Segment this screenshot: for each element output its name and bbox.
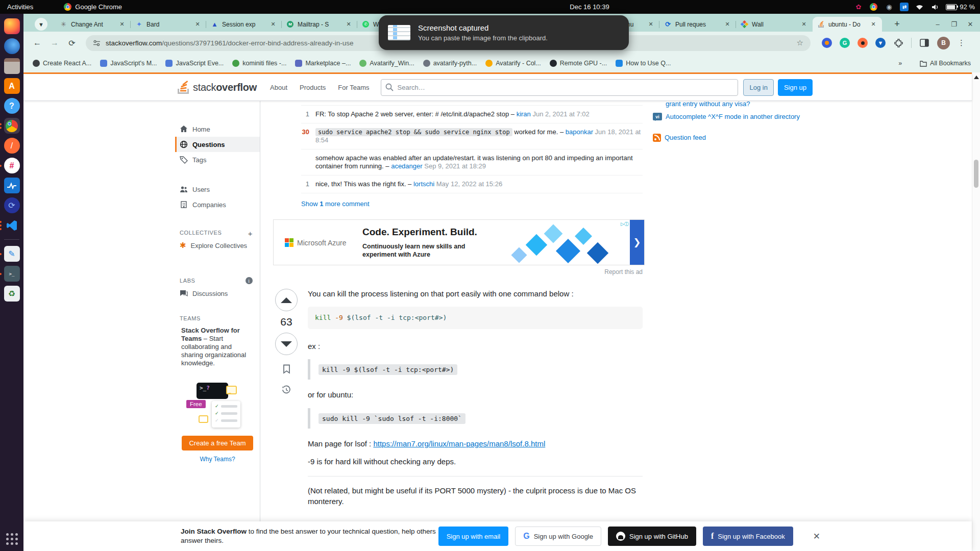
teamviewer-icon[interactable]: ⇄	[900, 3, 909, 11]
upvote-button[interactable]	[275, 289, 298, 311]
trash-icon[interactable]: ♻	[4, 286, 20, 302]
bookmark-item[interactable]: JavaScript's M...	[100, 60, 157, 67]
files-icon[interactable]	[4, 58, 20, 74]
signup-button[interactable]: Sign up	[778, 79, 813, 96]
profile-avatar[interactable]: B	[937, 37, 950, 49]
signup-google-button[interactable]: GSign up with Google	[515, 527, 601, 546]
sidebar-item-explore-collectives[interactable]: ✱ Explore Collectives	[175, 238, 260, 253]
screenshot-notification[interactable]: Screenshot captured You can paste the im…	[379, 15, 629, 50]
new-tab-button[interactable]: +	[891, 18, 903, 31]
sidebar-item-home[interactable]: Home	[175, 121, 260, 137]
tab-close-icon[interactable]: ✕	[869, 20, 877, 29]
nav-products[interactable]: Products	[293, 80, 332, 95]
signup-email-button[interactable]: Sign up with email	[438, 527, 509, 546]
tab-close-icon[interactable]: ✕	[118, 20, 126, 29]
vscode-icon[interactable]	[4, 217, 20, 233]
terminal-icon[interactable]: >_	[4, 266, 20, 282]
indicator-icon-1[interactable]: ✿	[854, 3, 863, 11]
bookmark-item[interactable]: kominiti files -...	[232, 60, 286, 67]
tab-close-icon[interactable]: ✕	[345, 20, 353, 29]
extension-icon-3[interactable]: ▼	[875, 38, 886, 48]
tab-close-icon[interactable]: ✕	[723, 20, 731, 29]
nav-about[interactable]: About	[264, 80, 293, 95]
focused-app-indicator[interactable]: Google Chrome	[64, 3, 122, 11]
text-editor-icon[interactable]: ✎	[4, 246, 20, 262]
ubuntu-software-icon[interactable]: A	[4, 78, 20, 94]
create-team-button[interactable]: Create a free Team	[182, 436, 253, 450]
history-icon[interactable]	[282, 385, 291, 396]
tab-wall[interactable]: Wall ✕	[736, 17, 813, 32]
tab-close-icon[interactable]: ✕	[269, 20, 277, 29]
sidebar-item-users[interactable]: Users	[175, 182, 260, 197]
tab-active-ubuntu[interactable]: ubuntu - Do ✕	[813, 17, 882, 32]
login-button[interactable]: Log in	[743, 79, 773, 96]
comment-author-link[interactable]: lortschi	[413, 180, 434, 188]
indicator-icon-2[interactable]: ◉	[885, 3, 893, 11]
bookmark-item[interactable]: JavaScript Eve...	[165, 60, 224, 67]
show-more-comments-link[interactable]: Show 1 more comment	[301, 200, 370, 208]
extension-icon-2[interactable]	[857, 38, 868, 48]
bookmark-item[interactable]: Create React A...	[33, 60, 91, 67]
bookmark-item[interactable]: Avatarify_Win...	[359, 60, 414, 67]
postman-icon[interactable]: /	[4, 138, 20, 154]
bookmark-icon[interactable]	[282, 364, 291, 376]
reload-icon[interactable]: ⟳	[64, 35, 80, 51]
downvote-button[interactable]	[275, 333, 298, 355]
bookmark-item[interactable]: How to Use Q...	[616, 60, 671, 67]
ad-next-arrow[interactable]: ❯	[630, 220, 644, 265]
forward-icon[interactable]: →	[47, 35, 62, 51]
report-ad-link[interactable]: Report this ad	[273, 268, 643, 276]
search-input[interactable]	[381, 79, 739, 96]
grammarly-icon[interactable]: G	[840, 38, 850, 48]
sidebar-item-discussions[interactable]: Discussions	[175, 286, 260, 301]
sidebar-item-companies[interactable]: Companies	[175, 197, 260, 212]
tab-mailtrap[interactable]: M Mailtrap - S ✕	[282, 17, 357, 32]
azure-ad-banner[interactable]: Microsoft Azure Code. Experiment. Build.…	[273, 219, 645, 265]
comment-author-link[interactable]: acedanger	[391, 162, 422, 170]
close-window-icon[interactable]: ✕	[964, 17, 977, 31]
comment-author-link[interactable]: baponkar	[566, 128, 593, 136]
activities-button[interactable]: Activities	[0, 3, 40, 11]
question-feed-link[interactable]: Question feed	[665, 134, 706, 141]
nav-for-teams[interactable]: For Teams	[332, 80, 375, 95]
show-apps-icon[interactable]	[6, 533, 18, 545]
back-icon[interactable]: ←	[30, 35, 45, 51]
bookmark-item[interactable]: Marketplace –...	[295, 60, 351, 67]
wifi-icon[interactable]	[915, 3, 924, 11]
sidebar-item-tags[interactable]: Tags	[175, 152, 260, 167]
thunderbird-icon[interactable]	[4, 38, 20, 54]
extensions-puzzle-icon[interactable]	[893, 38, 903, 48]
side-panel-icon[interactable]	[919, 38, 929, 48]
scrollbar-thumb[interactable]	[974, 160, 978, 188]
battery-indicator[interactable]: 92 %	[946, 3, 975, 11]
extension-icon-1[interactable]	[822, 38, 832, 48]
banner-close-icon[interactable]: ✕	[813, 531, 820, 542]
tab-pull-requests[interactable]: ⟳ Pull reques ✕	[659, 17, 736, 32]
minimize-icon[interactable]: –	[931, 17, 944, 31]
system-monitor-icon[interactable]	[4, 178, 20, 193]
sidebar-item-questions[interactable]: Questions	[175, 137, 260, 152]
scroll-up-icon[interactable]	[974, 76, 979, 79]
slack-icon[interactable]: #	[4, 158, 20, 173]
hot-question-link[interactable]: grant entry without any visa?	[666, 100, 750, 108]
tab-close-icon[interactable]: ✕	[800, 20, 808, 29]
tab-close-icon[interactable]: ✕	[193, 20, 202, 29]
add-collective-icon[interactable]: +	[248, 229, 253, 238]
tab-change-ant[interactable]: ✳ Change Ant ✕	[55, 17, 131, 32]
page-scrollbar[interactable]	[972, 72, 980, 551]
browser-menu-icon[interactable]: ⋮	[958, 38, 965, 47]
man-page-link[interactable]: https://man7.org/linux/man-pages/man8/ls…	[373, 439, 545, 448]
signup-facebook-button[interactable]: fSign up with Facebook	[703, 527, 793, 546]
all-bookmarks-button[interactable]: All Bookmarks	[920, 60, 971, 67]
chrome-dock-icon[interactable]	[4, 118, 20, 134]
comment-author-link[interactable]: kiran	[517, 110, 531, 118]
tab-bard[interactable]: ✦ Bard ✕	[131, 17, 206, 32]
help-icon[interactable]: ?	[4, 98, 20, 114]
bookmarks-overflow-icon[interactable]: »	[898, 60, 902, 67]
adchoices-icon[interactable]: ▷ⓘ	[621, 221, 629, 228]
bookmark-star-icon[interactable]: ☆	[797, 38, 803, 47]
volume-icon[interactable]	[930, 3, 939, 11]
labs-info-icon[interactable]: i	[246, 277, 253, 284]
bookmark-item[interactable]: Remote GPU -...	[550, 60, 607, 67]
tab-session[interactable]: ▲ Session exp ✕	[206, 17, 282, 32]
